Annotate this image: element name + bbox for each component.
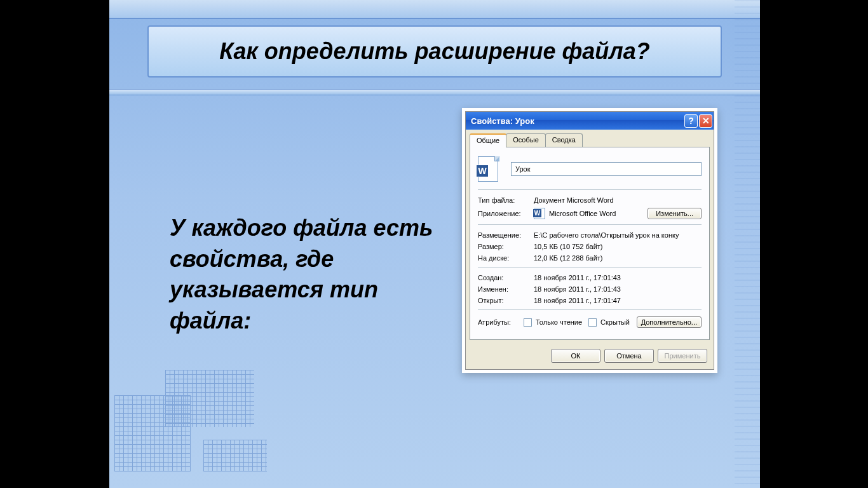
decorative-horizontal-rule (109, 89, 760, 95)
tab-strip: Общие Особые Сводка (466, 130, 714, 147)
value-size-on-disk: 12,0 КБ (12 288 байт) (534, 254, 702, 262)
cancel-button[interactable]: Отмена (604, 349, 654, 363)
label-size: Размер: (478, 243, 534, 250)
label-file-type: Тип файла: (478, 196, 534, 204)
value-file-type: Документ Microsoft Word (534, 196, 702, 204)
word-document-icon: W (478, 156, 499, 182)
checkbox-hidden[interactable] (588, 318, 597, 327)
label-created: Создан: (478, 274, 534, 281)
properties-dialog-wrapper: Свойства: Урок ? ✕ Общие Особые Сводка W (462, 108, 717, 373)
advanced-attributes-button[interactable]: Дополнительно... (637, 316, 702, 328)
tab-custom[interactable]: Особые (506, 133, 546, 147)
separator (478, 189, 702, 190)
separator (478, 309, 702, 310)
value-size: 10,5 КБ (10 752 байт) (534, 243, 702, 250)
value-created: 18 ноября 2011 г., 17:01:43 (534, 274, 702, 281)
tab-panel-general: W Тип файла: Документ Microsoft Word При… (470, 147, 710, 340)
slide-title-banner: Как определить расширение файла? (147, 25, 722, 78)
dialog-button-row: ОК Отмена Применить (466, 344, 714, 369)
value-modified: 18 ноября 2011 г., 17:01:43 (534, 285, 702, 293)
properties-dialog: Свойства: Урок ? ✕ Общие Особые Сводка W (465, 111, 714, 370)
dialog-titlebar[interactable]: Свойства: Урок ? ✕ (466, 112, 714, 130)
label-application: Приложение: (478, 210, 534, 217)
value-accessed: 18 ноября 2011 г., 17:01:47 (534, 297, 702, 304)
titlebar-help-button[interactable]: ? (684, 114, 698, 128)
separator (478, 224, 702, 225)
slide-body-text: У каждого файла есть свойства, где указы… (170, 213, 462, 336)
decorative-grid-pattern (114, 370, 273, 478)
value-location: E:\С рабочего стола\Открытый урок на кон… (534, 231, 702, 239)
label-attributes: Атрибуты: (478, 318, 520, 326)
presentation-slide: Как определить расширение файла? У каждо… (109, 0, 760, 488)
label-location: Размещение: (478, 231, 534, 239)
dialog-title: Свойства: Урок (471, 116, 683, 126)
word-app-icon: W (534, 208, 545, 219)
ok-button[interactable]: ОК (551, 349, 600, 363)
apply-button[interactable]: Применить (658, 349, 707, 363)
label-modified: Изменен: (478, 285, 534, 293)
label-accessed: Открыт: (478, 297, 534, 304)
change-application-button[interactable]: Изменить... (648, 208, 702, 219)
value-application: Microsoft Office Word (549, 210, 648, 217)
decorative-right-strip (735, 0, 760, 488)
tab-general[interactable]: Общие (470, 133, 506, 147)
tab-summary[interactable]: Сводка (545, 133, 583, 147)
label-hidden: Скрытый (600, 318, 630, 326)
close-icon: ✕ (702, 116, 710, 126)
checkbox-readonly[interactable] (524, 318, 532, 327)
decorative-top-bar (109, 0, 760, 19)
slide-title: Как определить расширение файла? (219, 38, 649, 65)
titlebar-close-button[interactable]: ✕ (699, 114, 712, 128)
label-size-on-disk: На диске: (478, 254, 534, 262)
separator (478, 267, 702, 268)
filename-input[interactable] (511, 162, 702, 176)
label-readonly: Только чтение (536, 318, 582, 326)
